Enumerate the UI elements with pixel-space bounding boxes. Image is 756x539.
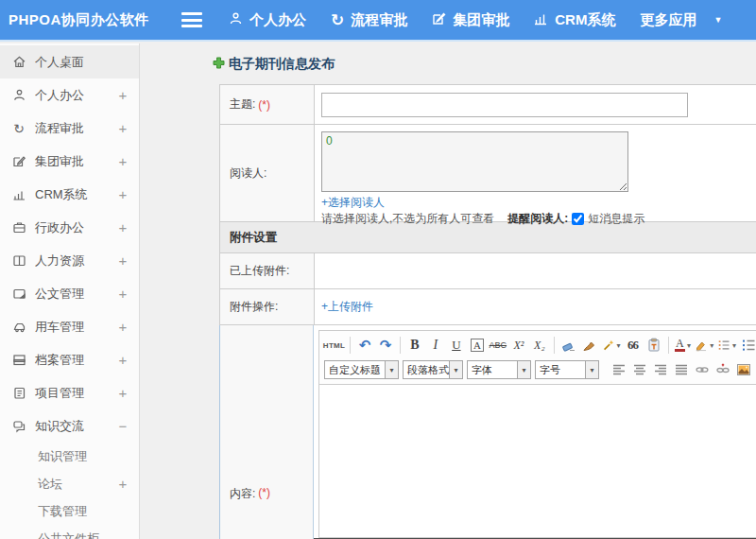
superscript-button[interactable]: X²	[509, 336, 528, 355]
subject-label: 主题:	[230, 96, 255, 113]
nav-workflow-approval[interactable]: ↻ 流程审批	[331, 11, 407, 29]
align-left-icon	[611, 362, 627, 377]
readers-hint: 请选择阅读人,不选为所有人可查看	[321, 211, 494, 227]
highlighter-icon	[695, 338, 708, 353]
select-readers-link[interactable]: +选择阅读人	[321, 196, 385, 209]
ordered-list-button[interactable]: ▾	[716, 336, 737, 355]
html-source-button[interactable]: HTML	[323, 336, 345, 355]
subject-input[interactable]	[321, 93, 688, 117]
bar-chart-icon	[11, 187, 26, 202]
sidebar-item-crm-system[interactable]: CRM系统 +	[0, 178, 139, 211]
sidebar-item-archive-management[interactable]: 档案管理 +	[0, 343, 139, 376]
nav-crm-system[interactable]: CRM系统	[534, 11, 615, 29]
sidebar-item-personal-office[interactable]: 个人办公 +	[0, 78, 139, 112]
chevron-down-icon: ▾	[732, 341, 736, 350]
clipboard-icon	[646, 338, 662, 353]
insert-link-button[interactable]	[693, 360, 712, 379]
border-text-button[interactable]: A	[468, 336, 487, 355]
green-plus-icon	[213, 57, 225, 72]
chevron-down-icon: ▾	[449, 361, 462, 378]
align-left-button[interactable]	[610, 360, 628, 379]
bold-button[interactable]: B	[405, 336, 424, 355]
sidebar-subitem-knowledge-management[interactable]: 知识管理	[0, 443, 139, 470]
home-icon	[11, 55, 26, 70]
remove-link-button[interactable]	[713, 360, 732, 379]
attachment-operation-row: 附件操作: +上传附件	[220, 289, 756, 325]
blockquote-button[interactable]: 66	[624, 336, 643, 355]
undo-button[interactable]: ↶	[355, 336, 374, 355]
more-apps-caret-icon[interactable]: ▼	[713, 15, 722, 25]
nav-more-apps[interactable]: 更多应用	[640, 11, 696, 29]
align-center-button[interactable]	[630, 360, 649, 379]
sidebar-item-workflow-approval[interactable]: ↻ 流程审批 +	[0, 112, 139, 145]
italic-button[interactable]: I	[426, 336, 445, 355]
magic-wand-icon	[602, 338, 615, 353]
car-icon	[11, 320, 26, 335]
remind-readers-label: 提醒阅读人:	[507, 211, 568, 227]
sidebar-item-vehicle-management[interactable]: 用车管理 +	[0, 310, 139, 343]
font-color-button[interactable]: A▾	[673, 336, 692, 355]
align-right-button[interactable]	[651, 360, 670, 379]
highlight-color-button[interactable]: ▾	[694, 336, 714, 355]
sms-remind-checkbox[interactable]	[572, 213, 584, 225]
hamburger-menu-icon[interactable]	[181, 12, 202, 27]
editor-content-area[interactable]	[318, 385, 756, 538]
strikethrough-button[interactable]: ABC	[489, 336, 507, 355]
briefcase-icon	[11, 220, 26, 235]
custom-title-select[interactable]: 自定义标题▾	[324, 360, 399, 379]
workflow-icon: ↻	[331, 12, 344, 28]
sidebar-item-personal-desktop[interactable]: 个人桌面	[0, 45, 139, 78]
color-bar	[675, 349, 685, 352]
unordered-list-button[interactable]	[739, 336, 756, 355]
content-label: 内容:	[230, 486, 255, 502]
person-icon	[229, 11, 243, 28]
readers-label: 阅读人:	[230, 165, 266, 182]
nav-personal-office[interactable]: 个人办公	[229, 11, 306, 29]
align-justify-icon	[674, 362, 689, 377]
unordered-list-icon	[741, 338, 756, 353]
app-window: PHPOA协同办公软件 个人办公 ↻ 流程审批 集团审批 CRM系统 更多应用	[0, 0, 756, 539]
uploaded-attachments-row: 已上传附件:	[220, 253, 756, 289]
required-mark: (*)	[258, 486, 270, 499]
sidebar-item-knowledge-exchange[interactable]: 知识交流 −	[0, 409, 139, 443]
chat-bubbles-icon	[11, 419, 26, 434]
edit-icon	[432, 11, 446, 28]
attachment-operation-label: 附件操作:	[230, 299, 278, 315]
publish-form: 主题: (*) 阅读人: 0 +选择阅读人 请选择阅	[219, 84, 756, 539]
sidebar-item-group-approval[interactable]: 集团审批 +	[0, 145, 139, 178]
subscript-button[interactable]: X₂	[530, 336, 549, 355]
sidebar-item-document-management[interactable]: 公文管理 +	[0, 277, 139, 310]
readers-row: 阅读人: 0 +选择阅读人 请选择阅读人,不选为所有人可查看 提醒阅读人: 短消…	[220, 125, 756, 222]
sidebar-subitem-download-management[interactable]: 下载管理	[0, 497, 139, 525]
sidebar-item-admin-office[interactable]: 行政办公 +	[0, 211, 139, 244]
insert-image-button[interactable]	[734, 360, 753, 379]
sidebar-item-project-management[interactable]: 项目管理 +	[0, 376, 139, 409]
chevron-down-icon: ▾	[385, 361, 398, 378]
quick-format-button[interactable]: ▾	[601, 336, 622, 355]
align-justify-button[interactable]	[672, 360, 691, 379]
font-family-select[interactable]: 字体▾	[467, 360, 531, 379]
sidebar-subitem-public-file-cabinet[interactable]: 公共文件柜	[0, 525, 139, 539]
sidebar-subitem-forum[interactable]: 论坛 +	[0, 470, 139, 497]
sidebar-item-human-resources[interactable]: 人力资源 +	[0, 244, 139, 277]
subject-row: 主题: (*)	[220, 85, 756, 125]
paragraph-format-select[interactable]: 段落格式▾	[403, 360, 463, 379]
page-title: 电子期刊信息发布	[213, 55, 756, 74]
brush-icon	[582, 338, 597, 353]
top-nav: 个人办公 ↻ 流程审批 集团审批 CRM系统 更多应用 ▼	[229, 11, 722, 29]
font-size-select[interactable]: 字号▾	[535, 360, 599, 379]
underline-button[interactable]: U	[447, 336, 466, 355]
readers-textarea[interactable]: 0	[321, 131, 628, 192]
uploaded-attachments-label: 已上传附件:	[230, 263, 289, 279]
link-icon	[695, 362, 710, 377]
remove-format-button[interactable]	[559, 336, 578, 355]
image-icon	[736, 362, 751, 377]
paste-text-button[interactable]	[644, 336, 663, 355]
format-brush-button[interactable]	[580, 336, 599, 355]
content-row: 内容: (*) HTML ↶ ↷ B	[220, 325, 756, 539]
redo-button[interactable]: ↷	[376, 336, 395, 355]
book-icon	[11, 253, 26, 269]
upload-attachment-link[interactable]: +上传附件	[321, 299, 373, 315]
nav-group-approval[interactable]: 集团审批	[432, 11, 509, 29]
chevron-down-icon: ▾	[517, 361, 530, 378]
